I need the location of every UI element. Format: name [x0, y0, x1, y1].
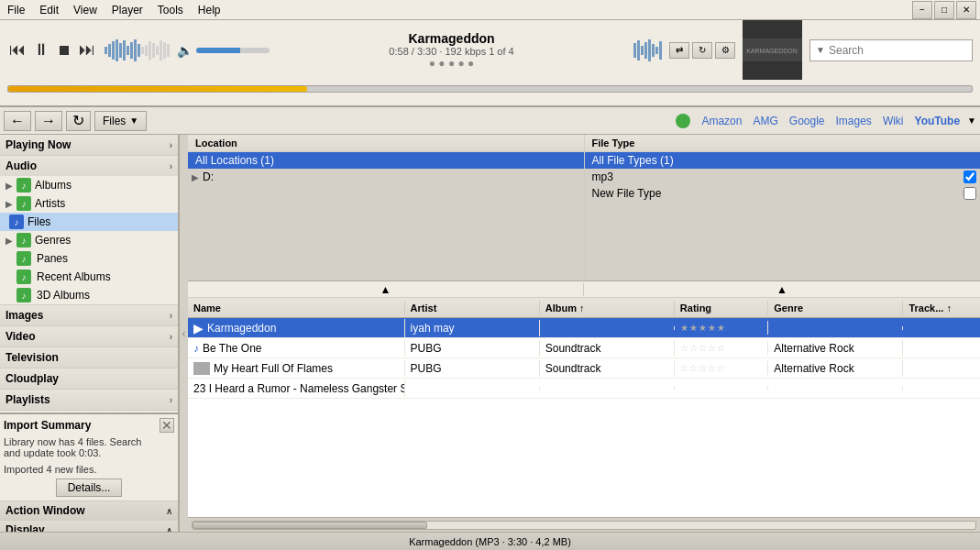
filter-filetype-new-label: New File Type [592, 187, 964, 200]
repeat-button[interactable]: ↻ [692, 42, 712, 59]
genres-icon: ♪ [17, 233, 31, 248]
ws-amg[interactable]: AMG [749, 113, 781, 129]
display-title: Display [6, 523, 45, 532]
sidebar-item-genres[interactable]: ▶ ♪ Genres [0, 231, 178, 249]
filter-filetype-new-checkbox[interactable] [963, 187, 976, 200]
sidebar-images-header[interactable]: Images › [0, 305, 178, 325]
col-header-genre[interactable]: Genre [768, 301, 903, 315]
play-icon-1: ▶ [193, 321, 204, 336]
close-button[interactable]: ✕ [956, 1, 976, 19]
sidebar-item-3d-albums[interactable]: ♪ 3D Albums [0, 286, 178, 304]
sidebar-images-label: Images [6, 309, 43, 322]
filter-location-d[interactable]: ▶ D: [188, 169, 584, 185]
table-row[interactable]: My Heart Full Of Flames PUBG Soundtrack … [188, 358, 980, 379]
back-button[interactable]: ← [4, 111, 31, 131]
horizontal-scrollbar[interactable] [188, 517, 980, 532]
sidebar-section-playlists: Playlists › [0, 390, 178, 411]
details-button[interactable]: Details... [56, 478, 123, 497]
next-button[interactable]: ⏭ [77, 38, 97, 61]
filter-filetype-new[interactable]: New File Type [585, 185, 981, 202]
ws-youtube[interactable]: YouTube [911, 113, 964, 129]
search-box[interactable]: ▼ [809, 39, 973, 61]
settings-button[interactable]: ⚙ [715, 42, 735, 59]
ws-amazon[interactable]: Amazon [698, 113, 745, 129]
display-header[interactable]: Display ∧ [0, 520, 178, 532]
track-list-header: Name Artist Album ↑ Rating Genre Track..… [188, 298, 980, 318]
nav-bar: ← → ↻ Files ▼ Amazon AMG Google Images W… [0, 107, 980, 135]
prev-button[interactable]: ⏮ [7, 38, 28, 61]
track-track-2 [903, 346, 980, 350]
menu-view[interactable]: View [66, 2, 105, 18]
ws-google[interactable]: Google [786, 113, 829, 129]
action-window-header[interactable]: Action Window ∧ [0, 500, 178, 520]
sidebar-item-artists[interactable]: ▶ ♪ Artists [0, 194, 178, 213]
sidebar-playlists-header[interactable]: Playlists › [0, 390, 178, 410]
sidebar-item-albums[interactable]: ▶ ♪ Albums [0, 176, 178, 194]
shuffle-button[interactable]: ⇄ [669, 42, 689, 59]
sidebar-playing-now[interactable]: Playing Now › [0, 135, 178, 155]
filter-filetype-all[interactable]: All File Types (1) [585, 152, 981, 169]
sort-arrow-filetype[interactable]: ▲ [584, 283, 980, 296]
scrollbar-track[interactable] [192, 521, 976, 530]
pause-button[interactable]: ⏸ [31, 38, 51, 61]
maximize-button[interactable]: □ [934, 1, 954, 19]
sidebar-item-files[interactable]: ♪ Files [0, 213, 178, 231]
volume-slider[interactable] [196, 48, 270, 53]
table-row[interactable]: ▶ Karmageddon iyah may ★★★★★ [188, 318, 980, 338]
menu-file[interactable]: File [0, 2, 32, 18]
ws-wiki[interactable]: Wiki [879, 113, 908, 129]
ws-dropdown-icon[interactable]: ▼ [967, 116, 976, 126]
menu-edit[interactable]: Edit [32, 2, 66, 18]
sidebar-collapse-handle[interactable] [179, 135, 188, 532]
files-breadcrumb[interactable]: Files ▼ [94, 111, 147, 131]
menu-player[interactable]: Player [105, 2, 150, 18]
col-header-track[interactable]: Track... ↑ [903, 301, 980, 315]
filter-filetype-all-label: All File Types (1) [592, 154, 977, 167]
track-album-4 [540, 387, 675, 390]
progress-bar-outer[interactable] [7, 85, 973, 93]
sort-arrow-location[interactable]: ▲ [188, 283, 584, 296]
table-row[interactable]: ♪ Be The One PUBG Soundtrack ☆☆☆☆☆ Alter… [188, 338, 980, 358]
track-artist-2: PUBG [405, 340, 540, 357]
waveform-right [633, 38, 662, 63]
col-header-name[interactable]: Name [188, 301, 405, 315]
artists-icon: ♪ [17, 196, 31, 211]
scrollbar-thumb[interactable] [193, 522, 427, 529]
sort-arrows: ▲ ▲ [188, 281, 980, 298]
filter-location-all[interactable]: All Locations (1) [188, 152, 584, 169]
filter-filetype-mp3-checkbox[interactable] [963, 170, 976, 183]
track-name-3: My Heart Full Of Flames [188, 360, 405, 377]
search-input[interactable] [829, 44, 966, 57]
sidebar-playing-now-label: Playing Now [6, 138, 71, 151]
filter-location-col: Location All Locations (1) ▶ D: [188, 135, 585, 280]
track-genre-2: Alternative Rock [768, 340, 903, 357]
col-header-artist[interactable]: Artist [405, 301, 540, 315]
import-summary-close[interactable]: ✕ [160, 418, 174, 433]
import-summary-content: Library now has 4 files. Search and upda… [4, 436, 174, 475]
sidebar-audio-header[interactable]: Audio › [0, 156, 178, 176]
forward-button[interactable]: → [35, 111, 62, 131]
stop-button[interactable]: ⏹ [55, 40, 73, 60]
sidebar-video-header[interactable]: Video › [0, 326, 178, 346]
albums-icon: ♪ [17, 178, 31, 192]
track-info: Karmageddon 0:58 / 3:30 · 192 kbps 1 of … [277, 31, 626, 70]
sidebar-playlists-label: Playlists [6, 393, 50, 406]
player-progress[interactable] [0, 80, 980, 98]
menu-tools[interactable]: Tools [150, 2, 191, 18]
minimize-button[interactable]: − [912, 1, 932, 19]
status-text: Karmageddon (MP3 · 3:30 · 4,2 MB) [409, 536, 571, 547]
ws-images[interactable]: Images [832, 113, 875, 129]
col-header-album[interactable]: Album ↑ [540, 301, 675, 315]
sidebar-cloudplay-header[interactable]: Cloudplay [0, 368, 178, 389]
col-header-rating[interactable]: Rating [675, 301, 768, 315]
refresh-button[interactable]: ↻ [66, 111, 91, 131]
track-name-2: ♪ Be The One [188, 340, 405, 357]
sidebar-item-panes[interactable]: ♪ Panes [0, 249, 178, 268]
sidebar-television-header[interactable]: Television [0, 347, 178, 368]
table-row[interactable]: 23 I Heard a Rumor - Nameless Gangster S… [188, 379, 980, 399]
menu-help[interactable]: Help [191, 2, 228, 18]
filter-filetype-mp3[interactable]: mp3 [585, 169, 981, 185]
search-dropdown-icon[interactable]: ▼ [816, 45, 825, 55]
sidebar-item-recent-albums[interactable]: ♪ Recent Albums [0, 268, 178, 286]
filter-filetype-col: File Type All File Types (1) mp3 New Fil… [585, 135, 981, 280]
